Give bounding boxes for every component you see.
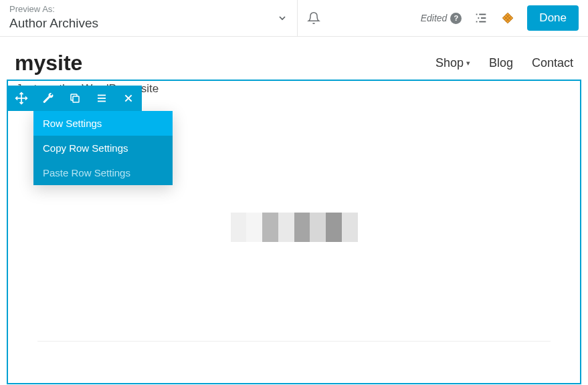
chevron-down-icon — [277, 13, 288, 23]
duplicate-icon[interactable] — [62, 86, 88, 111]
preview-as-label: Preview As: — [9, 4, 98, 15]
nav-item-label: Blog — [489, 56, 513, 70]
divider — [37, 341, 551, 342]
svg-rect-13 — [73, 96, 79, 102]
dropdown-item-row-settings[interactable]: Row Settings — [33, 111, 173, 136]
nav-item-contact[interactable]: Contact — [532, 56, 573, 70]
wrench-icon[interactable] — [35, 86, 62, 111]
preview-as-selector[interactable]: Preview As: Author Archives — [0, 0, 298, 36]
site-title[interactable]: mysite — [15, 51, 82, 76]
site-header: mysite Shop ▾ Blog Contact — [0, 37, 588, 80]
edited-label: Edited — [421, 13, 448, 23]
nav-item-label: Contact — [532, 56, 573, 70]
editor-canvas[interactable]: Just another WordPress site Row Settings… — [7, 80, 581, 384]
row-toolbar — [8, 86, 142, 111]
nav-item-label: Shop — [435, 56, 464, 70]
close-icon[interactable] — [115, 86, 142, 111]
redacted-content — [231, 213, 358, 242]
preview-as-value: Author Archives — [9, 15, 98, 32]
row-settings-dropdown: Row Settings Copy Row Settings Paste Row… — [33, 111, 173, 185]
chevron-down-icon: ▾ — [466, 59, 470, 68]
nav-item-blog[interactable]: Blog — [489, 56, 513, 70]
dropdown-item-copy-row-settings[interactable]: Copy Row Settings — [33, 136, 173, 160]
notifications-icon[interactable] — [307, 11, 320, 25]
svg-rect-6 — [503, 13, 514, 23]
menu-icon[interactable] — [88, 86, 115, 111]
move-icon[interactable] — [8, 86, 35, 111]
outline-icon[interactable] — [474, 11, 488, 25]
done-button[interactable]: Done — [527, 5, 579, 31]
primary-nav: Shop ▾ Blog Contact — [435, 56, 573, 70]
waffle-icon[interactable] — [500, 11, 515, 25]
help-icon[interactable]: ? — [450, 13, 462, 24]
nav-item-shop[interactable]: Shop ▾ — [435, 56, 470, 70]
dropdown-item-paste-row-settings: Paste Row Settings — [33, 160, 173, 185]
edited-status: Edited ? — [421, 13, 462, 24]
